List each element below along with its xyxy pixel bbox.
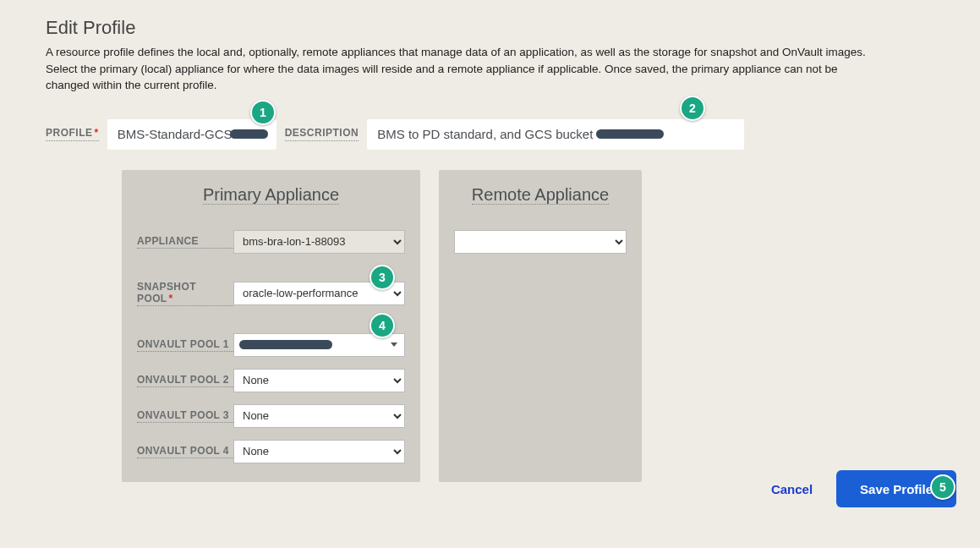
cancel-button[interactable]: Cancel bbox=[771, 482, 813, 496]
onvault-pool-2-label: ONVAULT POOL 2 bbox=[137, 374, 233, 387]
primary-appliance-heading: Primary Appliance bbox=[137, 185, 405, 206]
redacted-text bbox=[239, 340, 332, 349]
onvault-pool-3-label: ONVAULT POOL 3 bbox=[137, 409, 233, 423]
remote-appliance-heading: Remote Appliance bbox=[454, 185, 627, 206]
onvault-pool-4-label: ONVAULT POOL 4 bbox=[137, 445, 233, 458]
remote-appliance-select[interactable] bbox=[454, 230, 627, 254]
description-label: DESCRIPTION bbox=[285, 127, 359, 141]
chevron-down-icon bbox=[391, 342, 397, 347]
page-title: Edit Profile bbox=[0, 0, 980, 44]
callout-marker-2: 2 bbox=[680, 96, 705, 121]
appliance-label: APPLIANCE bbox=[137, 235, 233, 249]
callout-marker-5: 5 bbox=[930, 474, 955, 500]
snapshot-pool-label: SNAPSHOT POOL* bbox=[137, 281, 233, 306]
profile-label: PROFILE* bbox=[46, 127, 99, 141]
redacted-text bbox=[230, 129, 268, 139]
top-fields: PROFILE* DESCRIPTION BMS to PD standard,… bbox=[0, 109, 980, 170]
onvault-pool-4-select[interactable]: None bbox=[233, 440, 405, 463]
page-description: A resource profile defines the local and… bbox=[0, 44, 930, 109]
callout-marker-1: 1 bbox=[250, 100, 276, 125]
callout-marker-3: 3 bbox=[370, 265, 395, 290]
description-input[interactable]: BMS to PD standard, and GCS bucket bbox=[367, 119, 744, 150]
redacted-text bbox=[596, 129, 664, 139]
required-asterisk: * bbox=[95, 127, 99, 139]
onvault-pool-2-select[interactable]: None bbox=[233, 369, 405, 392]
required-asterisk: * bbox=[169, 293, 173, 304]
action-bar: Cancel Save Profile bbox=[771, 470, 956, 507]
callout-marker-4: 4 bbox=[370, 313, 395, 338]
onvault-pool-3-select[interactable]: None bbox=[233, 404, 405, 428]
remote-appliance-panel: Remote Appliance bbox=[439, 170, 642, 482]
appliance-select[interactable]: bms-bra-lon-1-88093 bbox=[233, 230, 405, 254]
onvault-pool-1-label: ONVAULT POOL 1 bbox=[137, 338, 233, 352]
